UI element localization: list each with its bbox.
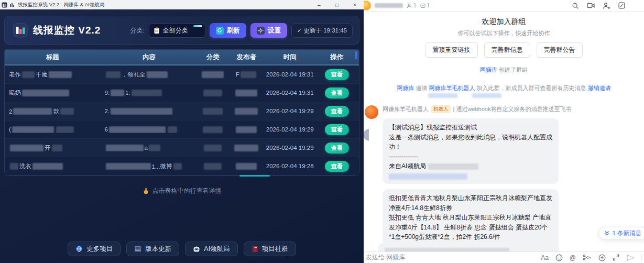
maximize-button[interactable]: □ xyxy=(328,0,346,9)
row-time: 2026-02-04 19:28 xyxy=(265,163,315,169)
view-button[interactable]: 查看 xyxy=(325,143,349,154)
refresh-button[interactable]: 刷新 xyxy=(210,23,246,38)
view-button[interactable]: 查看 xyxy=(325,161,349,172)
emoji-icon[interactable] xyxy=(555,254,563,261)
close-button[interactable]: × xyxy=(346,0,364,9)
app-icon xyxy=(2,2,7,8)
chat-body: 欢迎加入群组 你可以尝试以下操作，快速开始协作 置顶重要链接 完善群信息 完善群… xyxy=(364,12,644,251)
app-header-card: 线报监控 V2.2 分类: 全部分类 刷新 设置 xyxy=(4,16,359,45)
ai-navigator-button[interactable]: AI领航局 xyxy=(185,242,237,256)
column-header-category: 分类 xyxy=(198,53,227,62)
edit-group-info-button[interactable]: 完善群信息 xyxy=(484,42,530,58)
group-name-redacted xyxy=(375,3,403,8)
table-row[interactable]: 老作千魔 ，领礼全 F 2026-02-04 19:31 查看 xyxy=(5,65,359,84)
page-title: 线报监控 V2.2 xyxy=(33,24,101,37)
row-time: 2026-02-04 19:31 xyxy=(265,90,315,96)
row-time: 2026-02-04 19:29 xyxy=(265,108,315,114)
invitee-link[interactable]: 网赚库羊毛机器人 xyxy=(429,85,475,91)
chart-icon xyxy=(9,2,15,7)
welcome-actions: 置顶重要链接 完善群信息 完善群公告 xyxy=(364,42,644,58)
search-icon[interactable] xyxy=(572,2,579,9)
redacted-link xyxy=(389,173,467,180)
bot-avatar[interactable] xyxy=(365,105,378,119)
screen: 线报监控系统 V2.2 - 网赚库 & AI领航局 – □ × 线报监控 V2.… xyxy=(0,0,644,263)
table-row[interactable]: 洗衣 1...微博 2026-02-04 19:28 查看 xyxy=(5,157,359,176)
view-button[interactable]: 查看 xyxy=(325,87,349,98)
table-horizontal-scrollbar[interactable] xyxy=(239,175,270,177)
pin-links-button[interactable]: 置顶重要链接 xyxy=(425,42,478,58)
mention-icon[interactable]: @ xyxy=(570,254,576,261)
monitor-app-window: 线报监控系统 V2.2 - 网赚库 & AI领航局 – □ × 线报监控 V2.… xyxy=(0,0,364,263)
column-header-publisher: 发布者 xyxy=(228,53,265,62)
minimize-button[interactable]: – xyxy=(310,0,328,9)
header-controls: 分类: 全部分类 刷新 设置 ✓ 更新于 19:31:45 xyxy=(130,23,353,38)
open-window-icon[interactable] xyxy=(618,2,625,9)
row-time: 2026-02-04 19:29 xyxy=(265,126,315,133)
message-bubble[interactable]: 【测试消息】线报监控推送测试 这是一条测试消息，如果您收到此消息，说明机器人配置… xyxy=(383,118,559,184)
column-header-content: 内容 xyxy=(101,53,198,62)
group-creator-link[interactable]: 网赚库 xyxy=(480,67,497,73)
plus-attach-icon[interactable] xyxy=(598,254,606,261)
view-button[interactable]: 查看 xyxy=(325,69,349,80)
send-icon[interactable] xyxy=(626,254,635,261)
sender-line: 网赚库羊毛机器人 机器人 | 通过webhook将自定义服务的消息推送至飞书 xyxy=(383,105,571,113)
message-bubble[interactable]: 抵扣更低青青大地秋月梨山东莱阳正宗秋月冰糖梨产地直发净重4斤14.8生鲜8折券 … xyxy=(383,189,559,251)
toolbar-divider xyxy=(641,255,642,261)
category-select[interactable]: 全部分类 xyxy=(149,24,205,38)
table-row[interactable]: 开 a 2026-02-04 19:29 查看 xyxy=(5,139,359,157)
pinned-count[interactable]: 1 xyxy=(420,3,430,8)
category-label: 分类: xyxy=(130,26,144,35)
text-format-icon[interactable]: Aa xyxy=(541,254,549,261)
globe-icon xyxy=(75,245,83,253)
version-update-button[interactable]: 版本更新 xyxy=(126,242,179,256)
table-row[interactable]: 喝奶 9:1: 2026-02-04 19:31 查看 xyxy=(5,84,359,102)
table-scrollbar-thumb[interactable] xyxy=(355,51,357,59)
welcome-title: 欢迎加入群组 xyxy=(364,17,644,27)
clipboard-icon xyxy=(154,27,160,34)
input-toolbar: Aa @ xyxy=(541,254,642,261)
screenshot-scissors-icon[interactable] xyxy=(583,254,592,261)
gear-icon xyxy=(257,27,265,35)
message-input-placeholder[interactable]: 发送给 网赚库 xyxy=(366,253,405,262)
table-row[interactable]: ( 6 2026-02-04 19:29 查看 xyxy=(5,120,359,139)
book-icon xyxy=(252,246,258,253)
expand-icon[interactable] xyxy=(613,254,619,261)
settings-button[interactable]: 设置 xyxy=(250,23,287,38)
select-indicator xyxy=(193,25,202,27)
edit-announcement-button[interactable]: 完善群公告 xyxy=(537,42,583,58)
category-value: 全部分类 xyxy=(163,26,188,35)
sidebar-collapse-handle[interactable] xyxy=(364,129,369,141)
table-row[interactable]: 2款 2. 2026-02-04 19:29 查看 xyxy=(5,102,359,120)
group-avatar[interactable] xyxy=(364,1,371,10)
inviter-link[interactable]: 网赚库 xyxy=(397,85,414,91)
chat-header: 1 1 xyxy=(364,0,644,12)
view-button[interactable]: 查看 xyxy=(325,106,349,117)
video-call-icon[interactable] xyxy=(587,2,595,9)
pointing-hand-icon xyxy=(143,188,149,194)
window-controls: – □ × xyxy=(310,0,364,9)
redacted-names-row xyxy=(364,93,644,98)
revoke-invite-link[interactable]: 撤销邀请 xyxy=(588,85,611,91)
app-logo-icon xyxy=(13,23,28,38)
system-message-invite: 网赚库 邀请 网赚库羊毛机器人 加入此群，新成员入群可查看所有历史消息 撤销邀请 xyxy=(364,84,644,92)
chat-input-bar[interactable]: 发送给 网赚库 Aa @ xyxy=(364,251,644,263)
report-table: 标题 内容 分类 发布者 时间 操作 老作千魔 ，领礼全 F 2026-02-0… xyxy=(4,49,359,176)
new-message-badge[interactable]: 1 条新消息 xyxy=(598,227,644,240)
view-button[interactable]: 查看 xyxy=(325,124,349,135)
hint-text: 点击表格中的行查看详情 xyxy=(152,187,222,195)
double-chevron-down-icon xyxy=(604,231,609,236)
member-count[interactable]: 1 xyxy=(407,3,417,8)
add-member-icon[interactable] xyxy=(603,2,610,9)
column-header-title: 标题 xyxy=(5,53,101,62)
bot-badge: 机器人 xyxy=(431,105,451,113)
row-time: 2026-02-04 19:31 xyxy=(265,71,315,78)
window-titlebar: 线报监控系统 V2.2 - 网赚库 & AI领航局 – □ × xyxy=(0,0,364,9)
community-button[interactable]: 项目社群 xyxy=(244,242,296,256)
chat-header-actions xyxy=(572,2,625,9)
pinned-icon xyxy=(420,3,425,8)
table-header-row: 标题 内容 分类 发布者 时间 操作 xyxy=(5,50,359,65)
row-time: 2026-02-04 19:29 xyxy=(265,145,315,151)
feishu-chat-window: 1 1 欢迎加入群组 你可以尝试以下操作，快速开始协作 置顶重要链接 完善群信息… xyxy=(364,0,644,263)
more-projects-button[interactable]: 更多项目 xyxy=(68,242,121,256)
robot-icon xyxy=(193,246,200,253)
